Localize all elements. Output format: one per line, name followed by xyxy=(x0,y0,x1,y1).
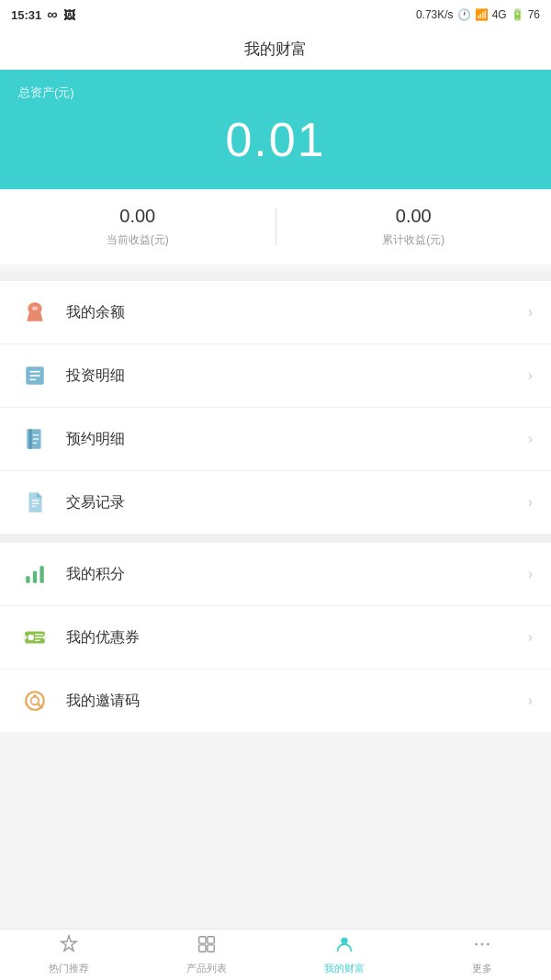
points-label: 我的积分 xyxy=(66,565,528,584)
more-tab-icon xyxy=(472,934,492,959)
menu-item-points[interactable]: 我的积分 › xyxy=(0,543,551,606)
svg-rect-30 xyxy=(208,945,214,952)
current-value: 0.00 xyxy=(0,206,276,227)
wealth-tab-label: 我的财富 xyxy=(324,962,365,975)
hot-tab-icon xyxy=(59,934,79,959)
menu-item-transaction[interactable]: 交易记录 › xyxy=(0,471,551,534)
status-time: 15:31 ∞ 🖼 xyxy=(11,6,75,23)
points-chevron: › xyxy=(528,566,533,582)
svg-rect-14 xyxy=(33,571,37,583)
menu-item-reservation[interactable]: 预约明细 › xyxy=(0,408,551,471)
coupon-chevron: › xyxy=(528,629,533,646)
svg-rect-27 xyxy=(199,937,206,943)
stats-row: 0.00 当前收益(元) 0.00 累计收益(元) xyxy=(0,189,551,265)
svg-point-22 xyxy=(43,636,47,639)
svg-point-0 xyxy=(32,307,39,310)
tab-wealth[interactable]: 我的财富 xyxy=(276,929,413,980)
wealth-tab-icon xyxy=(334,934,354,959)
investment-icon xyxy=(18,359,51,392)
menu-list-1: 我的余额 › 投资明细 › xyxy=(0,281,551,534)
svg-rect-6 xyxy=(29,429,32,449)
hot-tab-label: 热门推荐 xyxy=(49,962,89,975)
tab-products[interactable]: 产品列表 xyxy=(138,929,276,980)
points-icon xyxy=(18,558,51,591)
svg-rect-13 xyxy=(26,576,29,583)
menu-item-investment[interactable]: 投资明细 › xyxy=(0,344,551,408)
products-tab-icon xyxy=(197,934,217,959)
investment-chevron: › xyxy=(528,367,533,384)
section-gap-2 xyxy=(0,534,551,543)
coupon-icon xyxy=(18,621,51,654)
svg-rect-28 xyxy=(208,937,214,943)
svg-rect-15 xyxy=(39,566,43,582)
menu-item-invite[interactable]: 我的邀请码 › xyxy=(0,670,551,732)
transaction-icon xyxy=(18,486,51,519)
svg-point-21 xyxy=(23,636,27,639)
cumulative-earnings: 0.00 累计收益(元) xyxy=(276,206,552,248)
hero-section: 总资产(元) 0.01 xyxy=(0,70,551,189)
menu-item-coupon[interactable]: 我的优惠券 › xyxy=(0,606,551,670)
svg-point-31 xyxy=(341,938,347,944)
reservation-icon xyxy=(18,422,51,456)
wallet-icon xyxy=(18,296,51,329)
cumulative-label: 累计收益(元) xyxy=(276,232,552,248)
hero-amount: 0.01 xyxy=(18,112,533,167)
coupon-label: 我的优惠券 xyxy=(66,628,528,648)
current-earnings: 0.00 当前收益(元) xyxy=(0,206,276,248)
reservation-label: 预约明细 xyxy=(66,430,528,449)
top-nav: 我的财富 xyxy=(0,29,551,70)
svg-line-25 xyxy=(38,704,41,707)
svg-point-32 xyxy=(475,943,478,946)
page-title: 我的财富 xyxy=(244,39,307,60)
tab-more[interactable]: 更多 xyxy=(413,929,551,980)
balance-chevron: › xyxy=(528,304,533,321)
transaction-chevron: › xyxy=(528,494,533,511)
more-tab-label: 更多 xyxy=(472,962,492,975)
investment-label: 投资明细 xyxy=(66,366,528,386)
menu-item-balance[interactable]: 我的余额 › xyxy=(0,281,551,344)
section-gap-1 xyxy=(0,272,551,281)
svg-point-26 xyxy=(33,694,36,697)
menu-list-2: 我的积分 › 我的优惠券 › xyxy=(0,543,551,732)
status-right: 0.73K/s 🕐 📶 4G 🔋 76 xyxy=(416,8,540,21)
current-label: 当前收益(元) xyxy=(0,232,276,248)
reservation-chevron: › xyxy=(528,431,533,447)
hero-label: 总资产(元) xyxy=(18,84,533,101)
balance-label: 我的余额 xyxy=(66,303,528,322)
tab-bar: 热门推荐 产品列表 我的财富 更多 xyxy=(0,929,551,980)
invite-chevron: › xyxy=(528,693,533,709)
status-bar: 15:31 ∞ 🖼 0.73K/s 🕐 📶 4G 🔋 76 xyxy=(0,0,551,29)
svg-point-33 xyxy=(481,943,484,946)
cumulative-value: 0.00 xyxy=(276,206,552,227)
svg-point-17 xyxy=(28,635,34,641)
invite-label: 我的邀请码 xyxy=(66,692,528,711)
transaction-label: 交易记录 xyxy=(66,493,528,513)
svg-point-34 xyxy=(487,943,489,946)
invite-icon xyxy=(18,684,51,717)
svg-rect-29 xyxy=(199,945,206,952)
tab-hot[interactable]: 热门推荐 xyxy=(0,929,138,980)
products-tab-label: 产品列表 xyxy=(186,962,227,975)
